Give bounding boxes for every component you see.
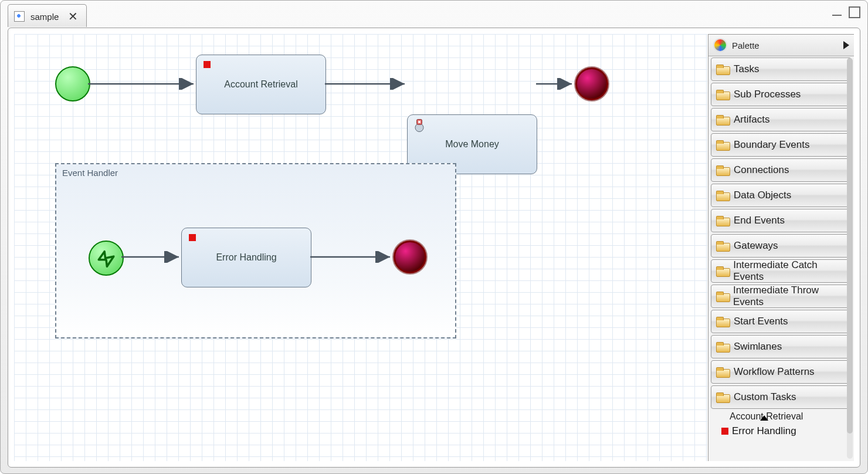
drawer-label: Connections [734, 164, 789, 176]
start-event[interactable] [55, 66, 90, 101]
drawer-label: Custom Tasks [734, 391, 796, 403]
drawer-boundary-events[interactable]: Boundary Events [711, 133, 852, 157]
sequence-flow[interactable] [121, 251, 181, 263]
drawer-label: Workflow Patterns [734, 366, 815, 378]
drawer-label: End Events [734, 215, 785, 226]
palette-item-account-retrieval[interactable]: Account Retrieval [730, 411, 849, 422]
drawer-custom-tasks[interactable]: Custom Tasks [711, 385, 852, 409]
palette-scrollbar[interactable] [847, 58, 853, 459]
drawer-data-objects[interactable]: Data Objects [711, 184, 852, 207]
drawer-intermediate-throw[interactable]: Intermediate Throw Events [711, 285, 852, 308]
drawer-label: Tasks [734, 63, 759, 75]
diagram-canvas[interactable]: Account Retrieval Move Money [14, 34, 707, 461]
drawer-tasks[interactable]: Tasks [711, 57, 852, 81]
maximize-icon[interactable] [849, 6, 860, 18]
drawer-sub-processes[interactable]: Sub Processes [711, 83, 852, 106]
subprocess-label: Event Handler [62, 168, 118, 178]
custom-task-marker-icon [189, 234, 196, 241]
service-task-icon [411, 117, 428, 134]
folder-icon [716, 216, 729, 225]
folder-icon [716, 367, 729, 377]
palette-item-error-handling[interactable]: Error Handling [721, 425, 849, 437]
task-label: Error Handling [216, 252, 276, 263]
editor-tab-sample[interactable]: sample ✕ [8, 4, 87, 27]
folder-icon [716, 65, 729, 74]
drawer-artifacts[interactable]: Artifacts [711, 108, 852, 131]
task-label: Move Money [445, 139, 499, 150]
folder-icon [716, 266, 728, 276]
drawer-label: Artifacts [734, 114, 769, 126]
task-account-retrieval[interactable]: Account Retrieval [196, 55, 326, 114]
editor-window: sample ✕ Account Retrieval Move Money [0, 0, 868, 474]
folder-icon [716, 292, 728, 301]
drawer-label: Swimlanes [734, 341, 782, 353]
drawer-label: Intermediate Catch Events [733, 259, 846, 283]
sequence-flow[interactable] [325, 78, 407, 90]
drawer-label: Boundary Events [734, 139, 809, 151]
folder-icon [716, 392, 729, 402]
drawer-label: Data Objects [734, 189, 791, 201]
drawer-workflow-patterns[interactable]: Workflow Patterns [711, 360, 852, 384]
custom-task-marker-icon [204, 61, 211, 68]
scrollbar-thumb[interactable] [847, 58, 853, 434]
sequence-flow[interactable] [536, 78, 574, 90]
drawer-label: Sub Processes [734, 89, 801, 100]
folder-icon [716, 165, 729, 175]
drawer-label: Intermediate Throw Events [733, 285, 846, 308]
folder-icon [716, 90, 729, 99]
end-event-top[interactable] [574, 66, 609, 101]
minimize-icon[interactable] [832, 11, 842, 16]
drawer-connections[interactable]: Connections [711, 158, 852, 182]
folder-icon [716, 317, 729, 326]
sequence-flow[interactable] [310, 251, 392, 263]
palette-title: Palette [732, 40, 760, 50]
tab-bar: sample ✕ [8, 4, 860, 28]
drawer-start-events[interactable]: Start Events [711, 310, 852, 333]
drawer-intermediate-catch[interactable]: Intermediate Catch Events [711, 259, 852, 283]
palette-scroll: Tasks Sub Processes Artifacts Boundary E… [708, 56, 854, 461]
folder-icon [716, 241, 729, 250]
drawer-label: Start Events [734, 316, 788, 327]
folder-icon [716, 191, 729, 200]
close-icon[interactable]: ✕ [68, 11, 78, 22]
drawer-label: Gateways [734, 240, 778, 252]
tab-label: sample [30, 12, 59, 22]
end-event-sub[interactable] [392, 239, 428, 275]
drawer-gateways[interactable]: Gateways [711, 234, 852, 258]
drawer-end-events[interactable]: End Events [711, 209, 852, 232]
main-panel: Account Retrieval Move Money [8, 28, 860, 468]
palette-item-label: Error Handling [732, 425, 796, 437]
window-buttons [832, 6, 860, 18]
task-error-handling[interactable]: Error Handling [181, 228, 311, 287]
folder-icon [716, 342, 729, 351]
event-subprocess[interactable]: Event Handler Error Handling [55, 163, 456, 338]
file-icon [14, 11, 25, 22]
signal-start-event[interactable] [89, 241, 124, 276]
folder-icon [716, 140, 729, 150]
custom-task-marker-icon [721, 428, 728, 435]
palette: Palette Tasks Sub Processes Artifacts Bo… [708, 34, 854, 461]
task-label: Account Retrieval [224, 79, 297, 90]
triangle-up-icon [760, 415, 768, 421]
folder-icon [716, 115, 729, 124]
drawer-swimlanes[interactable]: Swimlanes [711, 335, 852, 358]
palette-header[interactable]: Palette [708, 35, 854, 56]
chevron-right-icon[interactable] [843, 41, 849, 49]
palette-icon [713, 38, 727, 52]
sequence-flow[interactable] [88, 78, 196, 90]
